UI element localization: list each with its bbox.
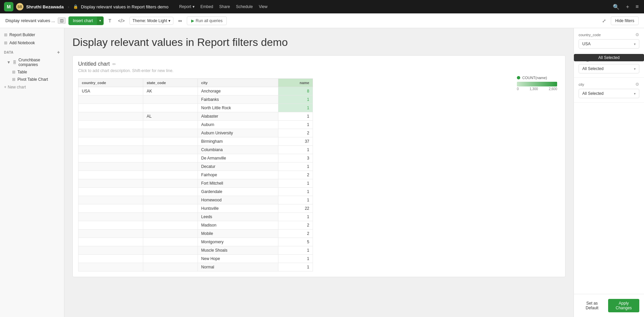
filter-city-gear[interactable]: ⚙ xyxy=(635,82,639,87)
cell-state_code xyxy=(143,204,198,213)
cell-state_code xyxy=(143,129,198,137)
sidebar-tree: ▼ 🗄 Crunchbase companies ⊞ Table ⊞ Pivot… xyxy=(0,56,64,83)
cell-country_code xyxy=(78,146,143,154)
sidebar-add-chart[interactable]: + New chart xyxy=(0,83,64,91)
legend-labels: 0 1,300 2,600 xyxy=(517,87,557,91)
data-label: DATA xyxy=(4,51,13,54)
insert-chart-button[interactable]: Insert chart xyxy=(69,17,97,25)
table-row: De Armanville 3 xyxy=(78,154,313,163)
nav-view[interactable]: View xyxy=(256,3,270,10)
cell-city: De Armanville xyxy=(198,154,278,163)
nav-embed[interactable]: Embed xyxy=(198,3,216,10)
content-area: Display relevant values in Report filter… xyxy=(64,28,574,317)
cell-name: 1 xyxy=(278,213,313,221)
chart-edit-icon[interactable]: ✏ xyxy=(112,62,116,67)
sidebar-item-report-builder[interactable]: ⊞ Report Builder xyxy=(0,31,64,39)
menu-icon[interactable]: ≡ xyxy=(634,2,640,11)
state-code-tooltip: All Selected xyxy=(574,54,644,61)
set-default-button[interactable]: Set as Default xyxy=(579,299,605,312)
add-icon[interactable]: ＋ xyxy=(624,2,632,12)
table-row: Montgomery 5 xyxy=(78,238,313,246)
cell-city: Fairhope xyxy=(198,171,278,179)
chart-title[interactable]: Untitled chart xyxy=(78,61,110,67)
table-row: Muscle Shoals 1 xyxy=(78,246,313,255)
pivot-table: country_code state_code city name USA AK… xyxy=(78,78,313,271)
apply-changes-button[interactable]: Apply Changes xyxy=(608,299,639,312)
cell-state_code xyxy=(143,137,198,146)
run-icon: ▶ xyxy=(191,18,194,23)
cell-city: Anchorage xyxy=(198,87,278,96)
cell-name: 1 xyxy=(278,96,313,104)
nav-share[interactable]: Share xyxy=(217,3,233,10)
cell-country_code xyxy=(78,179,143,188)
filter-country_code-label-row: country_code ⚙ xyxy=(579,32,639,37)
cell-city: Alabaster xyxy=(198,112,278,121)
legend-bar xyxy=(517,82,557,86)
table-row: New Hope 1 xyxy=(78,255,313,263)
text-button[interactable]: T xyxy=(106,17,113,25)
table-row: Fairbanks 1 xyxy=(78,96,313,104)
filter-city-dropdown[interactable]: All Selected ▾ xyxy=(579,89,639,98)
filter-panel: country_code ⚙ USA ▾ state_code ⚙ All Se… xyxy=(574,28,644,317)
legend-dot xyxy=(517,76,520,79)
cell-city: Homewood xyxy=(198,196,278,204)
cell-name: 2 xyxy=(278,221,313,230)
cell-country_code xyxy=(78,238,143,246)
legend-area: COUNT(name) 0 1,300 2,600 xyxy=(517,76,557,91)
insert-chart-dropdown[interactable]: ▾ xyxy=(97,17,103,25)
cell-country_code xyxy=(78,137,143,146)
expand-icon[interactable]: ⤢ xyxy=(600,17,608,25)
filter-country_code-gear[interactable]: ⚙ xyxy=(635,32,639,37)
nav-schedule[interactable]: Schedule xyxy=(233,3,256,10)
add-data-icon[interactable]: + xyxy=(57,50,60,55)
sidebar-item-crunchbase[interactable]: ▼ 🗄 Crunchbase companies xyxy=(3,56,64,68)
connector-button[interactable]: ⇔ xyxy=(176,17,184,25)
theme-selector[interactable]: Theme: Mode Light ▾ xyxy=(129,17,173,25)
legend-bar-container xyxy=(517,82,557,86)
table-row: USA AK Anchorage 8 xyxy=(78,87,313,96)
hide-filters-button[interactable]: Hide filters xyxy=(611,16,639,25)
col-country_code: country_code xyxy=(78,79,143,87)
filter-state_code-value: All Selected xyxy=(582,66,603,71)
legend-label: COUNT(name) xyxy=(522,76,547,80)
filter-city-label: city xyxy=(579,82,584,86)
cell-city: Montgomery xyxy=(198,238,278,246)
sidebar-item-pivot[interactable]: ⊞ Pivot Table Chart xyxy=(8,76,64,83)
cell-state_code: AL xyxy=(143,112,198,121)
filter-country_code-value: USA xyxy=(582,42,591,46)
filter-state_code-dropdown[interactable]: All Selected ▾ xyxy=(579,64,639,73)
report-builder-icon: ⊞ xyxy=(4,33,7,37)
cell-city: New Hope xyxy=(198,255,278,263)
topbar-right: 🔍 ＋ ≡ xyxy=(611,2,640,12)
filter-actions: Set as Default Apply Changes xyxy=(574,294,644,317)
sidebar-item-table[interactable]: ⊞ Table xyxy=(8,68,64,76)
table-row: Leeds 1 xyxy=(78,213,313,221)
user-name: Shruthi Bezawada xyxy=(26,4,64,9)
breadcrumb-icon[interactable]: ◫ xyxy=(58,17,66,24)
filter-country_code-dropdown[interactable]: USA ▾ xyxy=(579,39,639,49)
new-chart-label: New chart xyxy=(8,85,26,89)
run-queries-button[interactable]: ▶ Run all queries xyxy=(187,16,227,25)
legend-max: 2,600 xyxy=(549,87,557,91)
cell-country_code xyxy=(78,129,143,137)
search-icon[interactable]: 🔍 xyxy=(611,2,621,11)
sidebar-item-add-notebook[interactable]: ⊞ Add Notebook xyxy=(0,39,64,47)
report-title-topbar: Display relevant values in Report filter… xyxy=(81,4,168,9)
mode-logo: M xyxy=(4,2,13,11)
pivot-label: Pivot Table Chart xyxy=(17,77,48,82)
cell-city: Columbiana xyxy=(198,146,278,154)
cell-country_code xyxy=(78,263,143,271)
cell-state_code xyxy=(143,213,198,221)
cell-country_code xyxy=(78,188,143,196)
cell-name: 22 xyxy=(278,204,313,213)
code-button[interactable]: </> xyxy=(116,17,127,25)
cell-name: 1 xyxy=(278,112,313,121)
sidebar-add-notebook-label: Add Notebook xyxy=(9,41,35,45)
add-chart-plus-icon: + xyxy=(4,85,6,89)
cell-name: 1 xyxy=(278,246,313,255)
cell-city: Auburn xyxy=(198,121,278,129)
nav-report[interactable]: Report ▾ xyxy=(176,3,197,10)
cell-city: Fort Mitchell xyxy=(198,179,278,188)
toolbar-doc-title: Display relevant values ... xyxy=(5,18,55,23)
chart-description[interactable]: Click to add chart description. Shift-en… xyxy=(78,68,560,73)
